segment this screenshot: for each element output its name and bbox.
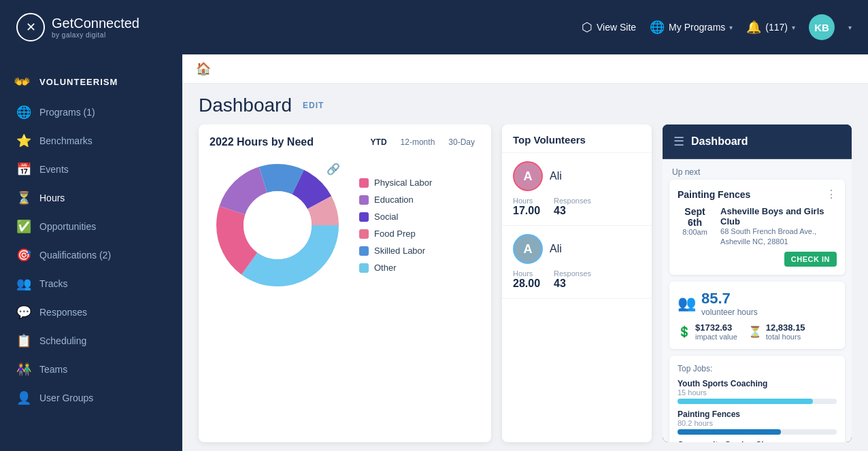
volunteer-avatar-1: A xyxy=(513,161,543,191)
event-org: Asheville Boys and Girls Club 68 South F… xyxy=(720,206,837,267)
job-bar xyxy=(678,399,813,404)
legend-dot xyxy=(359,229,369,239)
nav-right: ⬡ View Site 🌐 My Programs ▾ 🔔 (117) ▾ KB… xyxy=(582,14,852,40)
right-panel: ☰ Dashboard Up next Painting Fences ⋮ Se… xyxy=(663,124,852,442)
responses-label: Responses xyxy=(554,269,591,278)
job-bar xyxy=(678,429,781,435)
legend-dot xyxy=(359,212,369,222)
sidebar-item-scheduling[interactable]: 📋 Scheduling xyxy=(0,327,182,355)
legend-item-foodprep: Food Prep xyxy=(359,229,432,239)
usergroups-icon: 👤 xyxy=(16,390,31,405)
event-date-main: Sept 6th xyxy=(678,206,712,228)
main-layout: 👐 VOLUNTEERISM 🌐 Programs (1) ⭐ Benchmar… xyxy=(0,54,868,451)
12month-tab[interactable]: 12-month xyxy=(395,135,441,149)
my-programs-button[interactable]: 🌐 My Programs ▾ xyxy=(650,20,733,35)
event-menu-button[interactable]: ⋮ xyxy=(826,188,837,201)
logo-icon: ✕ xyxy=(16,13,45,41)
notifications-button[interactable]: 🔔 (117) ▾ xyxy=(746,20,795,35)
vol-stats-2: Hours 28.00 Responses 43 xyxy=(513,269,641,290)
sidebar-item-label: Hours xyxy=(39,193,65,203)
edit-button[interactable]: EDIT xyxy=(303,101,324,110)
hours-value: 28.00 xyxy=(513,278,540,289)
sidebar-item-label: Opportunities xyxy=(39,221,96,232)
org-address: 68 South French Broad Ave., Asheville NC… xyxy=(720,227,837,248)
sidebar-item-hours[interactable]: ⏳ Hours xyxy=(0,184,182,212)
main-content: 🏠 Dashboard EDIT 2022 Hours by Need YTD … xyxy=(182,54,868,451)
breadcrumb: 🏠 xyxy=(182,54,868,84)
legend-label: Education xyxy=(374,195,414,205)
hours-card-header: 2022 Hours by Need YTD 12-month 30-Day xyxy=(210,135,480,149)
sidebar-item-label: Programs (1) xyxy=(39,107,95,118)
sidebar-item-label: Responses xyxy=(39,307,87,318)
legend-item-education: Education xyxy=(359,195,432,205)
hourglass-icon: ⏳ xyxy=(748,325,762,338)
link-icon: 🔗 xyxy=(327,163,340,176)
sidebar-item-events[interactable]: 📅 Events xyxy=(0,155,182,184)
hours-by-need-card: 2022 Hours by Need YTD 12-month 30-Day xyxy=(199,124,491,442)
sidebar-item-tracks[interactable]: 👥 Tracks xyxy=(0,269,182,298)
view-site-button[interactable]: ⬡ View Site xyxy=(582,20,636,35)
vol-hours-2: Hours 28.00 xyxy=(513,269,540,290)
legend-dot xyxy=(359,195,369,205)
sidebar-item-benchmarks[interactable]: ⭐ Benchmarks xyxy=(0,127,182,155)
avatar-caret: ▾ xyxy=(848,24,852,31)
sidebar-item-programs[interactable]: 🌐 Programs (1) xyxy=(0,98,182,127)
ytd-tab[interactable]: YTD xyxy=(365,135,393,149)
hamburger-icon[interactable]: ☰ xyxy=(673,134,684,149)
logo: ✕ GetConnected by galaxy digital xyxy=(16,13,139,41)
programs-icon: 🌐 xyxy=(16,105,31,120)
tracks-icon: 👥 xyxy=(16,276,31,291)
opportunities-icon: ✅ xyxy=(16,219,31,234)
teams-icon: 👫 xyxy=(16,362,31,377)
job-name: Youth Sports Coaching xyxy=(678,379,837,388)
top-navigation: ✕ GetConnected by galaxy digital ⬡ View … xyxy=(0,0,868,54)
vol-hours-1: Hours 17.00 xyxy=(513,197,540,217)
benchmarks-icon: ⭐ xyxy=(16,133,31,148)
donut-chart: 🔗 xyxy=(210,157,346,293)
job-hours: 15 hours xyxy=(678,388,837,397)
up-next-label: Up next xyxy=(663,159,852,180)
volunteer-hours-label: volunteer hours xyxy=(701,307,758,317)
panel-title: Dashboard xyxy=(691,135,748,148)
sidebar-item-usergroups[interactable]: 👤 User Groups xyxy=(0,384,182,412)
chart-area: 🔗 Physical Labor Education xyxy=(210,157,480,293)
sidebar-item-label: Tracks xyxy=(39,278,67,289)
sidebar-item-responses[interactable]: 💬 Responses xyxy=(0,298,182,327)
check-in-button[interactable]: CHECK IN xyxy=(784,252,837,267)
vol-stats-1: Hours 17.00 Responses 43 xyxy=(513,197,641,217)
legend-label: Food Prep xyxy=(374,229,416,239)
top-volunteers-card: Top Volunteers A Ali Hours 17.00 xyxy=(502,124,652,442)
sidebar-item-teams[interactable]: 👫 Teams xyxy=(0,355,182,384)
events-icon: 📅 xyxy=(16,162,31,177)
impact-value-stat: 💲 $1732.63 impact value xyxy=(678,322,737,341)
legend-label: Other xyxy=(374,263,397,273)
legend-item-other: Other xyxy=(359,263,432,273)
job-row-1: Youth Sports Coaching 15 hours xyxy=(678,379,837,404)
impact-value: $1732.63 xyxy=(695,322,737,333)
legend-item-social: Social xyxy=(359,212,432,222)
job-name: Painting Fences xyxy=(678,410,837,419)
event-card: Painting Fences ⋮ Sept 6th 8:00am Ashevi… xyxy=(669,180,845,275)
panel-content: Up next Painting Fences ⋮ Sept 6th 8:00a… xyxy=(663,159,852,442)
scheduling-icon: 📋 xyxy=(16,333,31,348)
30day-tab[interactable]: 30-Day xyxy=(443,135,480,149)
home-icon[interactable]: 🏠 xyxy=(196,61,211,76)
legend-label: Skilled Labor xyxy=(374,246,425,256)
sidebar-item-label: Teams xyxy=(39,364,67,375)
sidebar-item-label: User Groups xyxy=(39,392,93,403)
volunteer-hours-value: 85.7 xyxy=(701,290,758,307)
total-hours-value: 12,838.15 xyxy=(766,322,805,333)
volunteer-row-1: A Ali Hours 17.00 Responses 43 xyxy=(502,153,652,226)
sidebar-item-opportunities[interactable]: ✅ Opportunities xyxy=(0,212,182,241)
user-avatar-button[interactable]: KB xyxy=(809,14,835,40)
external-link-icon: ⬡ xyxy=(582,20,592,35)
job-row-2: Painting Fences 80.2 hours xyxy=(678,410,837,435)
qualifications-icon: 🎯 xyxy=(16,248,31,263)
total-hours-label: total hours xyxy=(766,333,805,341)
legend-label: Social xyxy=(374,212,398,222)
sidebar-item-qualifications[interactable]: 🎯 Qualifications (2) xyxy=(0,241,182,269)
bell-icon: 🔔 xyxy=(746,20,761,35)
vol-top-2: A Ali xyxy=(513,234,641,264)
vol-responses-2: Responses 43 xyxy=(554,269,591,290)
volunteer-name-2: Ali xyxy=(550,243,562,255)
